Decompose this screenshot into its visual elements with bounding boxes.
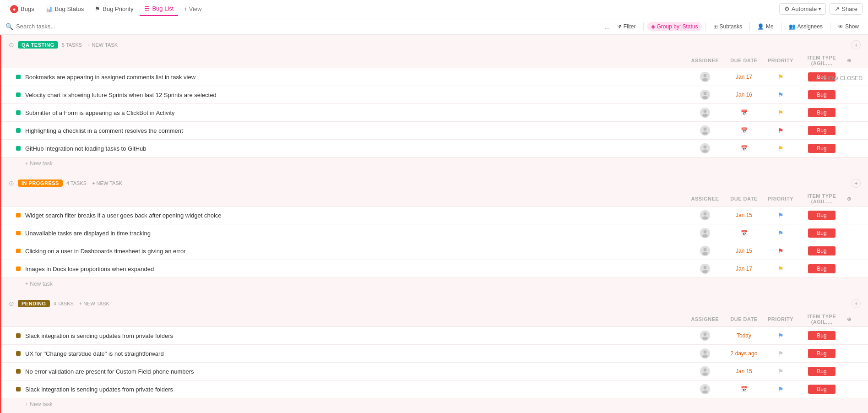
nav-bugs[interactable]: ● Bugs [5,2,39,16]
toolbar-right: ⧩ Filter ◈ Group by: Status ⊞ Subtasks 👤… [613,22,863,31]
table-row[interactable]: UX for "Change start/due date" is not st… [1,345,868,363]
nav-bug-list[interactable]: ☰ Bug List [140,2,178,16]
new-task-link-in-progress[interactable]: + New task [1,278,868,290]
bugs-logo-icon: ● [10,5,18,13]
table-row[interactable]: Clicking on a user in Dashboards timeshe… [1,242,868,260]
section-pending: ⊙ PENDING 4 TASKS + NEW TASK + ASSIGNEE … [1,293,868,410]
add-view-btn[interactable]: + View [180,4,205,14]
task-name: Slack integration is sending updates fro… [25,386,687,393]
table-row[interactable]: Velocity chart is showing future Sprints… [1,86,868,104]
section-badge-in-progress[interactable]: IN PROGRESS [18,179,63,187]
svg-point-35 [702,373,708,376]
flag-blue-icon: ⚑ [778,91,784,98]
col-duedate-in-progress: DUE DATE [723,196,765,201]
table-row[interactable]: Slack integration is sending updates fro… [1,327,868,345]
nav-bug-priority[interactable]: ⚑ Bug Priority [90,2,138,16]
show-closed-btn[interactable]: ✓ SHOW CLOSED [815,75,863,82]
calendar-icon: 📅 [741,127,748,134]
table-header-in-progress: ASSIGNEE DUE DATE PRIORITY ITEM TYPE (AG… [1,191,868,206]
bug-badge: Bug [808,90,835,99]
collapse-btn-pending[interactable]: ⊙ [9,300,14,307]
table-row[interactable]: Slack integration is sending updates fro… [1,380,868,398]
due-date: Jan 15 [736,248,752,254]
task-item-type: Bug [797,228,847,238]
section-add-icon-qa-testing[interactable]: + [852,40,861,49]
svg-point-28 [704,333,707,336]
collapse-btn-qa-testing[interactable]: ⊙ [9,41,14,49]
task-assignee [687,228,723,238]
main-content: ✓ SHOW CLOSED ⊙ QA TESTING 5 TASKS + NEW… [0,35,868,413]
section-header-qa-testing: ⊙ QA TESTING 5 TASKS + NEW TASK + [1,35,868,53]
table-row[interactable]: Bookmarks are appearing in assigned comm… [1,68,868,86]
automate-btn[interactable]: ⚙ Automate ▾ [779,3,826,15]
table-row[interactable]: Images in Docs lose proportions when exp… [1,260,868,278]
collapse-btn-in-progress[interactable]: ⊙ [9,179,14,187]
group-by-btn[interactable]: ◈ Group by: Status [647,22,702,31]
section-badge-pending[interactable]: PENDING [18,300,50,307]
share-btn[interactable]: ↗ Share [830,3,863,15]
filter-btn[interactable]: ⧩ Filter [613,22,640,31]
more-options-icon[interactable]: ... [604,23,610,30]
svg-point-38 [702,391,708,394]
flag-red-icon: ⚑ [778,247,784,255]
svg-point-1 [704,74,707,77]
svg-point-16 [704,212,707,216]
section-new-task-btn-in-progress[interactable]: + NEW TASK [92,180,122,186]
col-duedate-pending: DUE DATE [723,316,765,322]
task-assignee [687,90,723,100]
col-itemtype-in-progress: ITEM TYPE (AGIL.... [797,193,847,204]
col-settings-pending: ⊕ [847,316,861,322]
table-row[interactable]: Submitter of a Form is appearing as a Cl… [1,104,868,122]
avatar [700,72,710,82]
share-icon: ↗ [835,5,840,12]
nav-bug-status[interactable]: 📊 Bug Status [41,2,89,16]
task-due-date: Jan 16 [723,92,765,98]
table-row[interactable]: Widget search filter breaks if a user go… [1,206,868,224]
section-add-icon-pending[interactable]: + [852,299,861,308]
me-btn[interactable]: 👤 Me [754,22,777,31]
divider-1 [643,22,644,31]
bug-badge: Bug [808,211,835,220]
task-assignee [687,125,723,136]
subtasks-btn[interactable]: ⊞ Subtasks [710,22,746,31]
bug-badge: Bug [808,228,835,238]
section-new-task-btn-qa-testing[interactable]: + NEW TASK [87,42,118,48]
calendar-icon: 📅 [741,230,748,236]
section-add-icon-in-progress[interactable]: + [852,179,861,188]
divider-5 [830,22,830,31]
task-assignee [687,143,723,153]
bug-badge: Bug [808,349,835,358]
show-btn[interactable]: 👁 Show [834,22,863,31]
due-date: Jan 17 [736,266,752,272]
new-task-link-qa-testing[interactable]: + New task [1,158,868,169]
task-priority: ⚑ [765,247,797,255]
nav-bugs-label: Bugs [21,5,34,12]
bug-badge: Bug [808,108,835,117]
task-assignee [687,331,723,341]
new-task-link-pending[interactable]: + New task [1,398,868,410]
flag-gray-icon: ⚑ [778,368,784,375]
search-input[interactable] [16,23,602,30]
svg-point-34 [704,369,707,372]
task-name: UX for "Change start/due date" is not st… [25,350,687,357]
search-icon: 🔍 [5,23,13,30]
svg-point-7 [704,110,707,113]
status-dot [16,351,21,356]
section-new-task-btn-pending[interactable]: + NEW TASK [79,301,109,306]
section-in-progress: ⊙ IN PROGRESS 4 TASKS + NEW TASK + ASSIG… [1,173,868,290]
task-name: Clicking on a user in Dashboards timeshe… [25,248,687,255]
table-row[interactable]: Highlighting a checklist in a comment re… [1,122,868,140]
task-name: GitHub integration not loading tasks to … [25,145,687,152]
task-priority: ⚑ [765,229,797,237]
status-dot [16,128,21,133]
table-row[interactable]: Unavailable tasks are displayed in time … [1,224,868,242]
table-row[interactable]: No error validation are present for Cust… [1,363,868,380]
section-badge-qa-testing[interactable]: QA TESTING [18,41,58,49]
assignees-btn[interactable]: 👥 Assignees [785,22,826,31]
svg-point-11 [702,132,708,135]
section-qa-testing: ⊙ QA TESTING 5 TASKS + NEW TASK + ASSIGN… [1,35,868,169]
avatar [700,331,710,341]
flag-yellow-icon: ⚑ [778,109,784,116]
table-row[interactable]: GitHub integration not loading tasks to … [1,140,868,158]
task-name: Highlighting a checklist in a comment re… [25,127,687,134]
